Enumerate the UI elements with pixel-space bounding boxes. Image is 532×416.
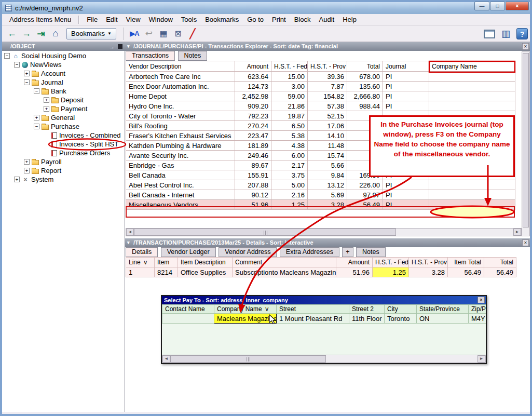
close-panel-icon[interactable]: × xyxy=(522,43,529,50)
report-edit-icon[interactable]: ▥ xyxy=(501,28,510,39)
cell[interactable]: 2,666.80 xyxy=(347,91,383,101)
cell[interactable]: Home Depot xyxy=(126,91,235,101)
cell[interactable]: 4.38 xyxy=(271,141,308,151)
cell[interactable]: 11.48 xyxy=(308,141,347,151)
cell[interactable]: Macleans Magazine xyxy=(214,314,277,324)
collapse-panel-icon[interactable]: ▾ xyxy=(127,238,130,247)
expand-icon[interactable]: + xyxy=(44,106,49,112)
cell[interactable]: PI xyxy=(383,91,429,101)
cell[interactable]: 5.00 xyxy=(271,180,308,190)
scroll-thumb[interactable] xyxy=(170,355,326,363)
cell[interactable] xyxy=(429,180,515,190)
cell[interactable]: 15.00 xyxy=(271,72,308,82)
column-header[interactable]: H.S.T. - Fed xyxy=(373,258,409,267)
menu-window[interactable]: Window xyxy=(145,15,177,24)
popup-close-icon[interactable]: × xyxy=(478,297,485,303)
column-header[interactable]: H.S.T. - Prov xyxy=(409,258,448,267)
expand-icon[interactable]: + xyxy=(24,159,30,165)
cell[interactable]: Toronto xyxy=(385,314,417,324)
cell[interactable]: 21.86 xyxy=(271,101,308,111)
cell[interactable]: Miscellaneous Vendors xyxy=(126,200,235,210)
cell[interactable]: 56.49 xyxy=(484,267,516,277)
cell[interactable] xyxy=(429,200,515,210)
cell[interactable]: 17.06 xyxy=(308,121,347,131)
cell[interactable]: 2,452.98 xyxy=(235,91,271,101)
table-row[interactable]: Macleans Magazine1 Mount Pleasant Rd11th… xyxy=(162,314,486,324)
cell[interactable]: Bill's Roofing xyxy=(126,121,235,131)
column-header[interactable]: Journal xyxy=(383,61,429,72)
scroll-left-icon[interactable]: ◄ xyxy=(162,355,170,363)
back-button[interactable]: ← xyxy=(5,27,19,41)
scroll-thumb[interactable] xyxy=(134,229,396,236)
scroll-track[interactable] xyxy=(134,229,513,236)
cell[interactable]: City of Toronto - Water xyxy=(126,111,235,121)
cell[interactable]: PI xyxy=(383,72,429,82)
add-tab-button[interactable]: + xyxy=(342,247,353,257)
cell[interactable]: 3.75 xyxy=(271,170,308,180)
cell[interactable]: 1.25 xyxy=(271,200,308,210)
collapse-icon[interactable]: − xyxy=(14,62,20,68)
column-header[interactable]: Line v xyxy=(126,258,155,267)
cell[interactable]: 155.91 xyxy=(235,170,271,180)
cell[interactable]: 57.38 xyxy=(308,101,347,111)
window-icon[interactable] xyxy=(484,30,495,38)
cell[interactable]: ON xyxy=(417,314,469,324)
tree-item-general[interactable]: +General xyxy=(2,113,125,122)
help-button[interactable]: ? xyxy=(516,28,528,39)
cell[interactable]: 223.47 xyxy=(235,131,271,141)
cell[interactable]: 6.50 xyxy=(271,121,308,131)
column-header[interactable]: Vendor Description xyxy=(126,61,235,72)
cell[interactable]: Fraser's Kitchen Exhaust Services xyxy=(126,131,235,141)
transactions-vscrollbar[interactable] xyxy=(522,51,530,236)
menu-file[interactable]: File xyxy=(83,15,102,24)
tree-item-newviews[interactable]: −NewViews xyxy=(2,60,125,69)
column-header[interactable]: Amount xyxy=(235,61,271,72)
menu-help[interactable]: Help xyxy=(338,15,361,24)
cell[interactable]: 5.69 xyxy=(308,190,347,200)
tab-transactions[interactable]: Transactions xyxy=(126,51,175,61)
cell[interactable] xyxy=(429,72,515,82)
cell[interactable]: Hydro One Inc. xyxy=(126,101,235,111)
dock-icon[interactable] xyxy=(118,44,122,49)
table-row[interactable]: Miscellaneous Vendors51.961.253.2856.49P… xyxy=(126,200,515,210)
scroll-right-icon[interactable]: ► xyxy=(513,229,521,236)
cell[interactable]: 52.15 xyxy=(308,111,347,121)
table-row[interactable]: 18214Office SuppliesSubscriptionto Macle… xyxy=(126,267,516,277)
tree-item-payment[interactable]: +Payment xyxy=(2,104,125,113)
cell[interactable]: M4Y 2 xyxy=(469,314,486,324)
cell[interactable]: 7.87 xyxy=(308,82,347,91)
transactions-hscrollbar[interactable]: ◄ ► xyxy=(126,228,522,236)
cell[interactable]: 6.00 xyxy=(271,151,308,160)
cell[interactable]: 1 Mount Pleasant Rd xyxy=(277,314,349,324)
cell[interactable]: 39.36 xyxy=(308,72,347,82)
cell[interactable]: PI xyxy=(383,82,429,91)
tree-item-report[interactable]: +Report xyxy=(2,166,125,175)
cell[interactable]: 270.24 xyxy=(235,121,271,131)
cell[interactable]: 249.46 xyxy=(235,151,271,160)
column-header[interactable]: Amount xyxy=(336,258,373,267)
menu-print[interactable]: Print xyxy=(268,15,290,24)
scroll-track[interactable] xyxy=(170,355,478,363)
delete-table-button[interactable]: ⊠ xyxy=(171,27,185,41)
menu-view[interactable]: View xyxy=(122,15,145,24)
cell[interactable]: PI xyxy=(383,200,429,210)
expand-icon[interactable]: + xyxy=(24,71,30,76)
cell[interactable]: Kathden Plumbing & Hardware xyxy=(126,141,235,151)
cell[interactable]: 59.00 xyxy=(271,91,308,101)
cell[interactable]: 3.28 xyxy=(308,200,347,210)
scroll-right-icon[interactable]: ► xyxy=(478,355,485,363)
column-header[interactable]: Zip/Po xyxy=(469,305,486,314)
tab-vendor-address[interactable]: Vendor Address xyxy=(219,247,277,257)
expand-icon[interactable]: + xyxy=(44,97,49,103)
tree-item-purchase-orders[interactable]: Purchase Orders xyxy=(2,149,125,157)
cell[interactable]: 792.23 xyxy=(235,111,271,121)
cell[interactable] xyxy=(429,82,515,91)
cell[interactable]: 97.97 xyxy=(347,190,383,200)
popup-hscrollbar[interactable]: ◄ ► xyxy=(162,355,486,363)
column-header[interactable]: Contact Name xyxy=(162,305,214,314)
jump-to-account-button[interactable]: ▶A xyxy=(128,27,141,41)
cell[interactable]: 154.82 xyxy=(308,91,347,101)
cell[interactable]: 19.87 xyxy=(271,111,308,121)
cell[interactable]: 1.25 xyxy=(373,267,409,277)
tab-details[interactable]: Details xyxy=(126,247,158,257)
